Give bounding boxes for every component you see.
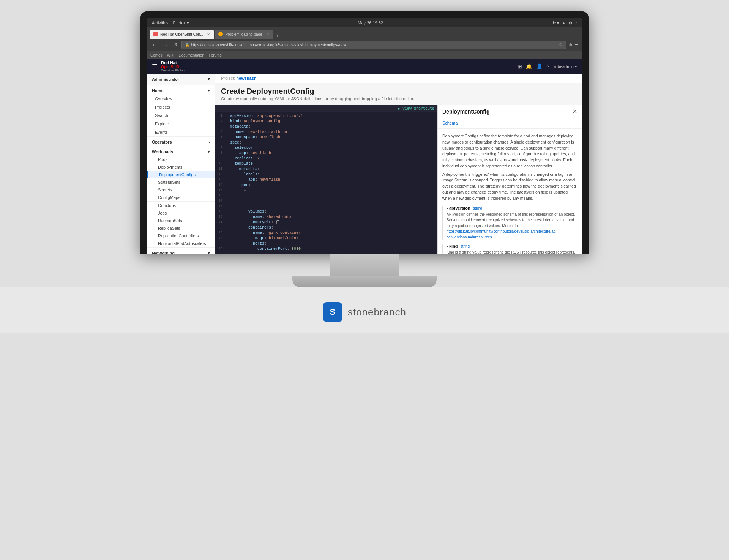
sidebar-item-jobs[interactable]: Jobs bbox=[147, 209, 215, 217]
sidebar-item-secrets[interactable]: Secrets bbox=[147, 186, 215, 194]
stonebranch-name: stonebranch bbox=[348, 306, 406, 318]
code-line-18: 18 bbox=[215, 204, 437, 210]
bookmark-centos[interactable]: Centos bbox=[150, 53, 163, 57]
forward-button[interactable]: → bbox=[161, 41, 169, 49]
code-content[interactable]: 1 apiVersion: apps.openshift.io/v1 2 kin… bbox=[215, 112, 437, 251]
brand-container-platform: Container Platform bbox=[161, 69, 186, 73]
sidebar-item-pods[interactable]: Pods bbox=[147, 156, 215, 163]
os-topbar-left: Activities Firefox ▾ bbox=[152, 21, 189, 25]
code-line-22: 22 containers: bbox=[215, 226, 437, 231]
user-icon[interactable]: 👤 bbox=[536, 63, 543, 69]
os-power-icon[interactable]: ↑ bbox=[575, 21, 577, 25]
sidebar-item-projects[interactable]: Projects bbox=[147, 103, 215, 111]
monitor-bezel: Activities Firefox ▾ May 26 19:32 de ▾ ▲… bbox=[140, 11, 589, 254]
os-firefox[interactable]: Firefox ▾ bbox=[173, 21, 189, 25]
new-tab-button[interactable]: + bbox=[274, 33, 281, 39]
code-line-1: 1 apiVersion: apps.openshift.io/v1 bbox=[215, 114, 437, 119]
tab-close-openshift[interactable]: ✕ bbox=[207, 32, 210, 36]
docs-tab-schema[interactable]: Schema bbox=[442, 118, 458, 128]
hamburger-menu-button[interactable]: ☰ bbox=[152, 63, 157, 70]
docs-link-apiversion[interactable]: https://git.k8s.io/community/contributor… bbox=[447, 229, 558, 239]
code-line-24: 24 image: bitnami/nginx bbox=[215, 236, 437, 241]
brand-logo: Red Hat OpenShift Container Platform bbox=[161, 60, 186, 73]
menu-icon[interactable]: ☰ bbox=[574, 42, 579, 47]
docs-close-button[interactable]: ✕ bbox=[572, 108, 577, 115]
username-dropdown[interactable]: kubeadmin ▾ bbox=[553, 64, 577, 69]
editor-area: ▶ View Shortcuts 1 apiVersion: apps.open… bbox=[215, 105, 582, 254]
sidebar-networking-label: Networking bbox=[152, 251, 175, 254]
view-shortcuts-link[interactable]: ▶ View Shortcuts bbox=[398, 106, 434, 111]
monitor-outer: Activities Firefox ▾ May 26 19:32 de ▾ ▲… bbox=[140, 11, 589, 287]
sidebar-item-deploymentconfigs[interactable]: DeploymentConfigs bbox=[147, 171, 215, 178]
sidebar-item-explore[interactable]: Explore bbox=[147, 120, 215, 128]
os-network-icon: ▲ bbox=[562, 21, 566, 25]
code-line-10: 10 template: bbox=[215, 162, 437, 167]
bell-icon[interactable]: 🔔 bbox=[526, 63, 532, 69]
sidebar-item-hpa[interactable]: HorizontalPodAutoscalers bbox=[147, 240, 215, 247]
sidebar-group-workloads[interactable]: Workloads ▾ bbox=[147, 146, 215, 156]
breadcrumb: Project: newsflash bbox=[215, 74, 582, 83]
grid-icon[interactable]: ⊞ bbox=[518, 63, 522, 69]
sidebar-item-events[interactable]: Events bbox=[147, 128, 215, 136]
os-topbar-right: de ▾ ▲ ⚙ ↑ bbox=[552, 21, 577, 25]
docs-field-apiversion-desc: APIVersion defines the versioned schema … bbox=[447, 211, 577, 240]
docs-panel-header: DeploymentConfig ✕ bbox=[438, 105, 582, 118]
sidebar-group-operators[interactable]: Operators › bbox=[147, 137, 215, 146]
browser-tabs: Red Hat OpenShift Con... ✕ Problem loadi… bbox=[147, 27, 582, 39]
sidebar-item-daemonsets[interactable]: DaemonSets bbox=[147, 217, 215, 224]
code-line-26: 26 - containerPort: 8080 bbox=[215, 247, 437, 251]
sidebar-item-deployments[interactable]: Deployments bbox=[147, 163, 215, 171]
tab-close-problem[interactable]: ✕ bbox=[266, 32, 269, 36]
sidebar-home-label: Home bbox=[152, 88, 164, 93]
sidebar-item-replicasets[interactable]: ReplicaSets bbox=[147, 224, 215, 232]
sidebar-item-search[interactable]: Search bbox=[147, 111, 215, 120]
sidebar-item-configmaps[interactable]: ConfigMaps bbox=[147, 194, 215, 201]
extensions-icon[interactable]: ⊕ bbox=[568, 42, 572, 47]
bookmark-wiki[interactable]: Wiki bbox=[167, 53, 174, 57]
tab-icon-warn bbox=[218, 32, 223, 36]
code-line-5: 5 namespace: newsflash bbox=[215, 135, 437, 140]
sidebar-group-networking[interactable]: Networking ▾ bbox=[147, 248, 215, 254]
sidebar-group-home[interactable]: Home ▾ bbox=[147, 85, 215, 95]
bookmark-star-icon[interactable]: ☆ bbox=[559, 42, 563, 47]
reload-button[interactable]: ↺ bbox=[172, 41, 179, 49]
docs-content: Deployment Configs define the template f… bbox=[438, 129, 582, 254]
sidebar-home-chevron-icon: ▾ bbox=[208, 88, 210, 93]
sidebar-networking-section: Networking ▾ Services Routes Ingresses bbox=[147, 248, 215, 254]
os-settings-icon[interactable]: ⚙ bbox=[569, 21, 572, 25]
help-icon[interactable]: ? bbox=[546, 63, 549, 69]
os-lang[interactable]: de ▾ bbox=[552, 21, 559, 25]
breadcrumb-project-name[interactable]: newsflash bbox=[236, 76, 256, 80]
sidebar-item-cronjobs[interactable]: CronJobs bbox=[147, 202, 215, 209]
docs-tabs: Schema bbox=[438, 118, 582, 129]
sidebar-workloads-label: Workloads bbox=[152, 150, 173, 154]
os-activities[interactable]: Activities bbox=[152, 21, 168, 25]
code-editor-header: ▶ View Shortcuts bbox=[215, 105, 437, 112]
bullet-kind-icon: ▪ bbox=[447, 244, 449, 248]
sidebar-item-replicationcontrollers[interactable]: ReplicationControllers bbox=[147, 232, 215, 240]
browser-tab-problem[interactable]: Problem loading page ✕ bbox=[215, 30, 273, 39]
sidebar-item-statefulsets[interactable]: StatefulSets bbox=[147, 178, 215, 186]
docs-field-apiversion-type: string bbox=[473, 206, 482, 210]
address-bar[interactable]: 🔒 https://console-openshift-console.apps… bbox=[181, 41, 566, 49]
brand-redhat: Red Hat bbox=[161, 60, 177, 65]
sidebar-workloads-section: Workloads ▾ Pods Deployments DeploymentC… bbox=[147, 146, 215, 202]
back-button[interactable]: ← bbox=[150, 41, 159, 49]
code-line-21: 21 emptyDir: {} bbox=[215, 220, 437, 226]
app-header-right: ⊞ 🔔 👤 ? kubeadmin ▾ bbox=[518, 63, 577, 69]
bookmark-forums[interactable]: Forums bbox=[209, 53, 222, 57]
docs-field-kind-header: ▪ kind string bbox=[447, 244, 577, 248]
docs-para2: A deployment is 'triggered' when its con… bbox=[442, 172, 577, 202]
sidebar-item-overview[interactable]: Overview bbox=[147, 95, 215, 103]
docs-field-apiversion-name: apiVersion bbox=[449, 206, 470, 210]
screen: Activities Firefox ▾ May 26 19:32 de ▾ ▲… bbox=[147, 18, 582, 254]
code-editor[interactable]: ▶ View Shortcuts 1 apiVersion: apps.open… bbox=[215, 105, 437, 254]
docs-field-kind-type: string bbox=[461, 244, 470, 248]
stonebranch-icon: S bbox=[323, 302, 342, 322]
code-line-12: 12 labels: bbox=[215, 172, 437, 178]
bookmark-documentation[interactable]: Documentation bbox=[179, 53, 204, 57]
browser-tab-openshift[interactable]: Red Hat OpenShift Con... ✕ bbox=[150, 30, 214, 39]
role-selector[interactable]: Administrator ▾ bbox=[147, 74, 215, 85]
address-bar-text: https://console-openshift-console.apps-c… bbox=[191, 43, 557, 47]
docs-field-apiversion: ▪ apiVersion string APIVersion defines t… bbox=[442, 206, 577, 240]
